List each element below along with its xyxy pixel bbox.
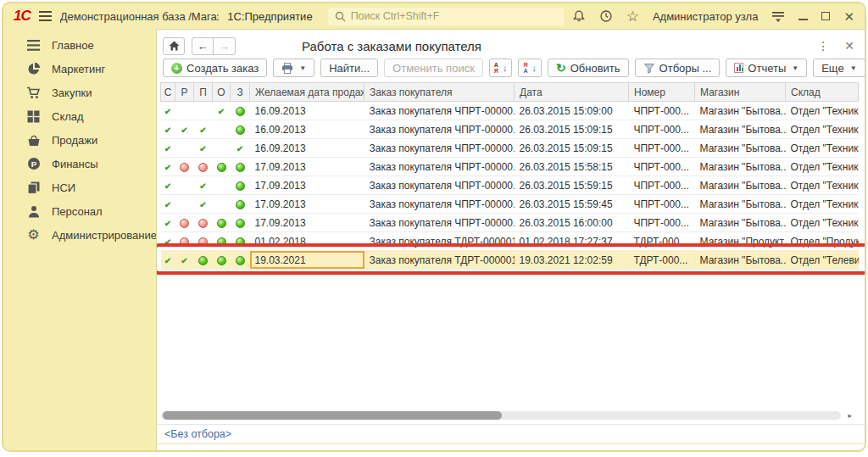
table-cell[interactable]: 16.09.2013	[250, 120, 364, 139]
filters-button[interactable]: Отборы ...	[635, 59, 721, 77]
status-cell[interactable]	[175, 158, 194, 176]
table-cell[interactable]: ТДРТ-000...	[629, 232, 695, 251]
column-header[interactable]: З	[231, 83, 250, 102]
table-cell[interactable]: Заказ покупателя ЧПРТ-00000...	[364, 214, 515, 232]
table-cell[interactable]: Заказ покупателя ЧПРТ-00000...	[364, 120, 515, 139]
notifications-bell-icon[interactable]	[572, 9, 586, 23]
refresh-button[interactable]: ↻ Обновить	[548, 59, 629, 77]
table-cell[interactable]: Магазин "Продукт...	[695, 232, 786, 251]
table-cell[interactable]: ЧПРТ-000...	[629, 139, 695, 158]
window-close-button[interactable]: ✕	[843, 10, 854, 23]
table-cell[interactable]: Магазин "Бытова...	[695, 120, 786, 139]
status-cell[interactable]: ✔	[161, 195, 175, 214]
table-row[interactable]: ✔✔17.09.2013Заказ покупателя ЧПРТ-00000.…	[161, 195, 859, 214]
table-cell[interactable]: 01.02.2018 17:27:37	[515, 232, 629, 251]
status-cell[interactable]	[175, 232, 194, 251]
table-cell[interactable]: Магазин "Бытова...	[695, 214, 786, 232]
table-cell[interactable]: Отдел "Продукты	[786, 232, 859, 251]
sidebar-item-personnel[interactable]: Персонал	[3, 199, 156, 223]
table-cell[interactable]: 19.03.2021 12:02:59	[515, 251, 629, 270]
status-cell[interactable]: ✔	[194, 120, 213, 139]
create-order-button[interactable]: + Создать заказ	[163, 59, 267, 77]
table-cell[interactable]: Магазин "Бытова...	[695, 102, 786, 120]
table-cell[interactable]: ЧПРТ-000...	[629, 102, 695, 120]
table-row[interactable]: ✔✔✔16.09.2013Заказ покупателя ЧПРТ-00000…	[161, 120, 859, 139]
status-cell[interactable]: ✔	[231, 139, 250, 158]
status-cell[interactable]: ✔	[161, 120, 175, 139]
table-row[interactable]: ✔✔19.03.2021Заказ покупателя ТДРТ-000001…	[161, 251, 859, 270]
table-cell[interactable]: Отдел "Техника д	[786, 102, 859, 120]
status-cell[interactable]	[194, 214, 213, 232]
table-cell[interactable]: Заказ покупателя ЧПРТ-00000...	[364, 176, 515, 195]
table-cell[interactable]: 26.03.2015 16:00:00	[515, 214, 629, 232]
table-cell[interactable]: Отдел "Техника д	[786, 139, 859, 158]
sidebar-item-finance[interactable]: РФинансы	[3, 152, 156, 176]
cancel-search-button[interactable]: Отменить поиск	[384, 59, 483, 77]
sidebar-item-nsi[interactable]: НСИ	[3, 176, 156, 199]
hamburger-menu-icon[interactable]	[39, 11, 52, 21]
status-cell[interactable]	[213, 232, 231, 251]
table-cell[interactable]: ЧПРТ-000...	[629, 158, 695, 176]
home-button[interactable]	[163, 37, 185, 55]
status-cell[interactable]	[213, 139, 231, 158]
form-kebab-menu-icon[interactable]: ⋮	[817, 40, 829, 52]
table-cell[interactable]: Отдел "Техника д	[786, 195, 859, 214]
column-header[interactable]: Заказ покупателя	[364, 83, 515, 102]
forward-button[interactable]: →	[214, 37, 236, 55]
status-cell[interactable]	[175, 214, 194, 232]
table-cell[interactable]: Заказ покупателя ТДРТ-000001...	[364, 232, 515, 251]
window-maximize-button[interactable]	[821, 12, 830, 20]
status-cell[interactable]	[194, 102, 213, 120]
table-cell[interactable]: Отдел "Техника д	[786, 214, 859, 232]
column-header[interactable]: Дата	[515, 83, 629, 102]
table-cell[interactable]: Отдел "Техника д	[786, 176, 859, 195]
table-cell[interactable]: 26.03.2015 15:09:15	[515, 139, 629, 158]
status-cell[interactable]: ✔	[194, 176, 213, 195]
sidebar-item-warehouse[interactable]: Склад	[3, 104, 156, 128]
horizontal-scrollbar[interactable]	[161, 411, 841, 420]
active-cell[interactable]: 19.03.2021	[250, 251, 364, 270]
status-cell[interactable]	[175, 139, 194, 158]
column-header[interactable]: О	[213, 83, 231, 102]
table-row[interactable]: ✔✔16.09.2013Заказ покупателя ЧПРТ-00000.…	[161, 102, 859, 120]
table-cell[interactable]: ТДРТ-000...	[629, 251, 695, 270]
table-cell[interactable]: Заказ покупателя ЧПРТ-00000...	[364, 139, 515, 158]
status-cell[interactable]: ✔	[161, 232, 175, 251]
table-cell[interactable]: 17.09.2013	[250, 195, 364, 214]
table-cell[interactable]: ЧПРТ-000...	[629, 120, 695, 139]
status-cell[interactable]: ✔	[161, 158, 175, 176]
sidebar-item-main[interactable]: Главное	[3, 33, 156, 57]
status-cell[interactable]	[213, 214, 231, 232]
global-search-input[interactable]: Поиск Ctrl+Shift+F	[328, 8, 564, 25]
reports-button[interactable]: Отчеты ▼	[726, 59, 807, 77]
status-cell[interactable]	[194, 232, 213, 251]
status-cell[interactable]	[231, 195, 250, 214]
scrollbar-thumb[interactable]	[163, 411, 502, 420]
table-cell[interactable]: Магазин "Бытова...	[695, 139, 786, 158]
back-button[interactable]: ←	[192, 37, 214, 55]
status-cell[interactable]	[213, 251, 231, 270]
favorites-star-icon[interactable]: ☆	[626, 9, 639, 24]
status-cell[interactable]: ✔	[213, 102, 231, 120]
column-header[interactable]: С	[161, 83, 175, 102]
status-cell[interactable]	[213, 120, 231, 139]
table-cell[interactable]: ЧПРТ-000...	[629, 176, 695, 195]
sidebar-item-purchases[interactable]: Закупки	[3, 81, 156, 104]
column-header[interactable]: П	[194, 83, 213, 102]
scroll-right-arrow-icon[interactable]: ▸	[848, 411, 852, 420]
sidebar-item-administration[interactable]: ⚙Администрирование	[3, 223, 156, 247]
more-button[interactable]: Еще ▼	[813, 59, 865, 77]
table-cell[interactable]: 26.03.2015 15:09:00	[515, 102, 629, 120]
status-cell[interactable]	[231, 102, 250, 120]
table-cell[interactable]: 26.03.2015 15:09:15	[515, 120, 629, 139]
status-cell[interactable]: ✔	[161, 102, 175, 120]
table-cell[interactable]: 01.02.2018	[250, 232, 364, 251]
status-cell[interactable]: ✔	[161, 139, 175, 158]
table-cell[interactable]: Магазин "Бытова...	[695, 176, 786, 195]
status-cell[interactable]: ✔	[161, 251, 175, 270]
status-cell[interactable]	[231, 251, 250, 270]
column-header[interactable]: Склад	[786, 83, 859, 102]
table-cell[interactable]: Отдел "Телевизо	[786, 251, 859, 270]
table-cell[interactable]: Заказ покупателя ЧПРТ-00000...	[364, 158, 515, 176]
print-button[interactable]: ▼	[273, 59, 314, 77]
